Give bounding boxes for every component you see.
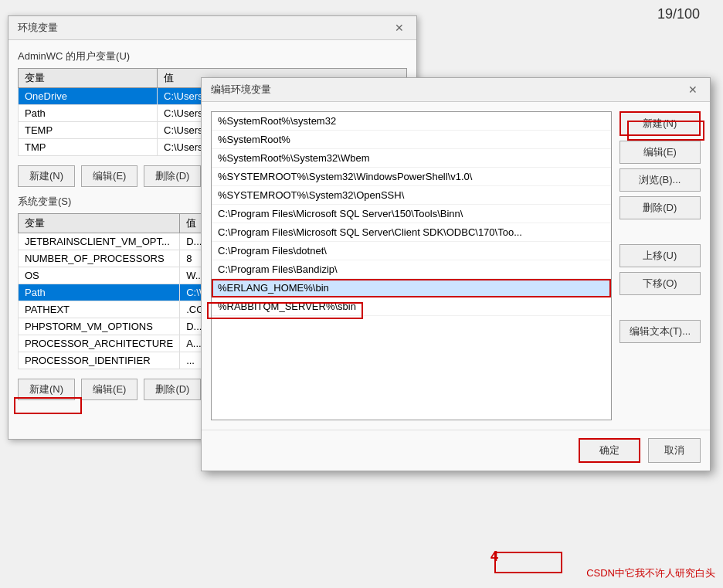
user-var-name: OneDrive — [19, 88, 158, 105]
user-var-name: TEMP — [19, 122, 158, 139]
path-list[interactable]: %SystemRoot%\system32%SystemRoot%%System… — [211, 111, 612, 420]
badge-4: 4 — [490, 549, 498, 565]
path-list-item[interactable]: %SystemRoot%\system32 — [212, 112, 611, 131]
edit-movedown-btn[interactable]: 下移(O) — [619, 272, 701, 295]
edit-env-dialog: 编辑环境变量 ✕ %SystemRoot%\system32%SystemRoo… — [201, 77, 711, 471]
path-list-item[interactable]: %SystemRoot%\System32\Wbem — [212, 149, 611, 168]
edit-side-buttons: 新建(N) 编辑(E) 浏览(B)... 删除(D) 上移(U) 下移(O) 编… — [619, 111, 701, 420]
sys-var-name: PATHEXT — [19, 301, 180, 318]
watermark-text: CSDN中它我不许人研究白头 — [586, 566, 715, 580]
user-new-btn[interactable]: 新建(N) — [18, 165, 75, 187]
sys-edit-btn[interactable]: 编辑(E) — [81, 379, 137, 400]
edit-edittext-btn[interactable]: 编辑文本(T)... — [619, 320, 701, 343]
user-edit-btn[interactable]: 编辑(E) — [81, 165, 137, 187]
edit-dialog-body: %SystemRoot%\system32%SystemRoot%%System… — [202, 102, 710, 430]
sys-delete-btn[interactable]: 删除(D) — [144, 379, 201, 400]
user-var-name: Path — [19, 105, 158, 122]
env-dialog-titlebar: 环境变量 ✕ — [8, 16, 416, 40]
path-list-item[interactable]: %SYSTEMROOT%\System32\WindowsPowerShell\… — [212, 168, 611, 186]
user-var-name: TMP — [19, 139, 158, 156]
edit-dialog-footer: 确定 取消 — [202, 430, 710, 471]
edit-ok-btn[interactable]: 确定 — [579, 438, 640, 463]
edit-browse-btn[interactable]: 浏览(B)... — [619, 168, 701, 192]
btn-spacer — [619, 224, 701, 240]
btn-spacer2 — [619, 300, 701, 315]
sys-var-name: PHPSTORM_VM_OPTIONS — [19, 318, 180, 335]
path-list-item[interactable]: C:\Program Files\Microsoft SQL Server\15… — [212, 205, 611, 223]
edit-moveup-btn[interactable]: 上移(U) — [619, 244, 701, 267]
path-list-item[interactable]: %SystemRoot% — [212, 131, 611, 149]
sys-var-name: PROCESSOR_ARCHITECTURE — [19, 335, 180, 352]
edit-cancel-btn[interactable]: 取消 — [648, 438, 701, 463]
env-dialog-title-text: 环境变量 — [18, 21, 58, 35]
sys-new-btn[interactable]: 新建(N) — [18, 379, 75, 400]
user-var-col-header: 变量 — [19, 69, 158, 88]
env-dialog-close[interactable]: ✕ — [392, 22, 407, 34]
sys-var-name: OS — [19, 267, 180, 284]
sys-var-name: JETBRAINSCLIENT_VM_OPT... — [19, 233, 180, 250]
annotation-box-4 — [494, 552, 562, 573]
sys-var-name: NUMBER_OF_PROCESSORS — [19, 250, 180, 267]
edit-delete-btn[interactable]: 删除(D) — [619, 196, 701, 219]
path-list-item[interactable]: C:\Program Files\Bandizip\ — [212, 260, 611, 279]
page-counter: 19/100 — [657, 6, 700, 22]
edit-dialog-titlebar: 编辑环境变量 ✕ — [202, 78, 710, 102]
user-vars-label: AdminWC 的用户变量(U) — [18, 49, 407, 63]
edit-edit-btn[interactable]: 编辑(E) — [619, 141, 701, 164]
path-list-item[interactable]: %SYSTEMROOT%\System32\OpenSSH\ — [212, 186, 611, 205]
sys-var-name: PROCESSOR_IDENTIFIER — [19, 352, 180, 369]
user-delete-btn[interactable]: 删除(D) — [144, 165, 201, 187]
sys-var-col-header: 变量 — [19, 214, 180, 233]
path-list-item[interactable]: C:\Program Files\dotnet\ — [212, 242, 611, 260]
path-list-item[interactable]: C:\Program Files\Microsoft SQL Server\Cl… — [212, 223, 611, 242]
path-list-item[interactable]: %RABBITQM_SERVER%\sbin — [212, 297, 611, 316]
path-list-item[interactable]: %ERLANG_HOME%\bin — [212, 279, 611, 297]
sys-var-name: Path — [19, 284, 180, 301]
edit-dialog-title-text: 编辑环境变量 — [211, 83, 271, 97]
edit-dialog-close[interactable]: ✕ — [685, 83, 701, 96]
edit-new-btn[interactable]: 新建(N) — [619, 111, 701, 136]
